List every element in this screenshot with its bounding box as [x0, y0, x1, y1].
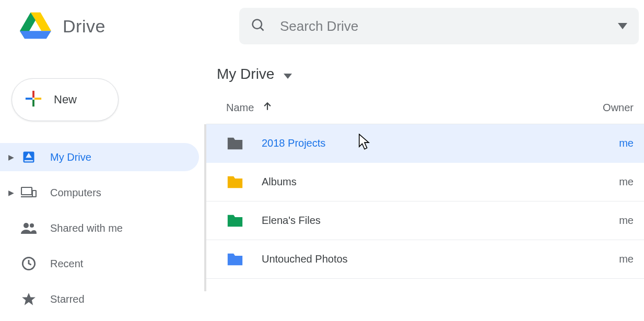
file-owner: me [619, 253, 644, 265]
star-icon [21, 291, 37, 307]
file-owner: me [619, 215, 644, 227]
svg-rect-8 [26, 98, 32, 100]
sidebar-item-computers[interactable]: ▶ Computers [0, 179, 199, 207]
computers-icon [21, 185, 37, 200]
breadcrumb[interactable]: My Drive [217, 66, 644, 82]
file-owner: me [619, 176, 644, 188]
svg-marker-5 [618, 23, 627, 29]
column-name[interactable]: Name [226, 101, 560, 114]
new-button-label: New [54, 93, 77, 106]
clock-icon [21, 256, 37, 271]
folder-icon [226, 135, 244, 152]
header: Drive [0, 0, 644, 52]
search-box[interactable] [239, 8, 639, 44]
app-name: Drive [63, 16, 106, 37]
column-owner[interactable]: Owner [603, 102, 644, 114]
drive-logo-icon [20, 11, 51, 42]
file-name: Albums [262, 176, 297, 188]
svg-marker-2 [20, 31, 51, 39]
svg-marker-17 [284, 74, 292, 79]
folder-icon [226, 251, 244, 268]
search-input[interactable] [279, 18, 618, 35]
svg-point-14 [30, 223, 34, 228]
sidebar-item-label: Shared with me [50, 222, 123, 234]
search-icon [251, 18, 265, 35]
svg-rect-10 [21, 187, 32, 195]
svg-point-13 [24, 223, 29, 228]
svg-rect-6 [32, 90, 34, 97]
sidebar-item-recent[interactable]: Recent [0, 249, 199, 278]
sidebar-item-label: Computers [50, 187, 101, 199]
plus-icon [25, 90, 54, 110]
chevron-down-icon [284, 66, 292, 82]
svg-marker-16 [22, 293, 36, 305]
folder-icon [226, 173, 244, 191]
svg-line-4 [261, 27, 264, 30]
sort-ascending-icon[interactable] [262, 101, 273, 114]
file-name: Elena's Files [262, 215, 321, 227]
table-row[interactable]: Albumsme [206, 163, 644, 201]
search-options-icon[interactable] [618, 21, 627, 32]
file-name: 2018 Projects [262, 137, 325, 149]
breadcrumb-label: My Drive [217, 66, 274, 82]
shared-icon [21, 220, 37, 236]
svg-rect-7 [32, 99, 34, 106]
table-row[interactable]: 2018 Projectsme [206, 124, 644, 163]
sidebar: New ▶ My Drive ▶ Computers Shared w [0, 52, 206, 320]
drive-icon [21, 149, 37, 165]
sidebar-item-shared[interactable]: Shared with me [0, 214, 199, 242]
expand-icon[interactable]: ▶ [5, 153, 17, 161]
sidebar-item-my-drive[interactable]: ▶ My Drive [0, 143, 199, 171]
new-button[interactable]: New [11, 78, 119, 121]
file-list: 2018 ProjectsmeAlbumsmeElena's FilesmeUn… [206, 124, 644, 279]
folder-icon [226, 212, 244, 230]
sidebar-item-label: My Drive [50, 151, 91, 163]
file-name: Untouched Photos [262, 253, 348, 265]
sidebar-item-starred[interactable]: Starred [0, 285, 199, 313]
sidebar-item-label: Recent [50, 258, 83, 270]
table-row[interactable]: Untouched Photosme [206, 240, 644, 279]
logo[interactable]: Drive [20, 11, 239, 42]
svg-rect-12 [32, 191, 36, 197]
file-owner: me [619, 137, 644, 149]
svg-rect-9 [34, 98, 41, 100]
svg-point-3 [253, 19, 262, 29]
table-row[interactable]: Elena's Filesme [206, 201, 644, 240]
sidebar-item-label: Starred [50, 293, 85, 305]
list-header: Name Owner [206, 92, 644, 124]
expand-icon[interactable]: ▶ [5, 188, 17, 197]
